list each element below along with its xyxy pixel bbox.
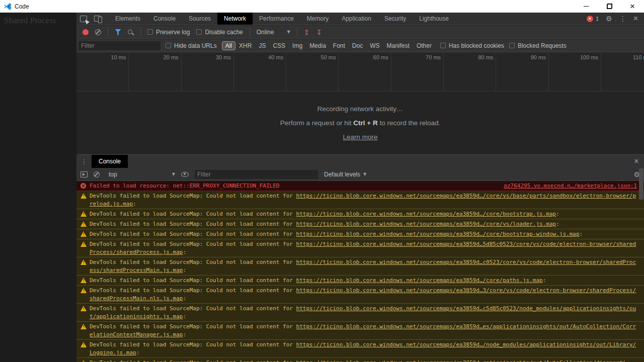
resource-type-chip[interactable]: XHR — [235, 41, 255, 50]
devtools-tab[interactable]: Memory — [300, 13, 335, 25]
inspect-element-button[interactable] — [76, 13, 91, 25]
toolbar-divider — [140, 28, 141, 37]
resource-type-chip[interactable]: JS — [255, 41, 269, 50]
devtools-tab[interactable]: Sources — [182, 13, 217, 25]
devtools-tab[interactable]: Network — [217, 13, 253, 25]
console-message: DevTools failed to load SourceMap: Could… — [76, 229, 644, 239]
timeline-tick: 110 ms — [601, 53, 644, 91]
sourcemap-url-link[interactable]: https://ticino.blob.core.windows.net/sou… — [296, 277, 543, 284]
network-empty-state: Recording network activity… Perform a re… — [76, 92, 644, 154]
console-toolbar: top ▼ Default levels ▼ ⚙ — [76, 168, 644, 181]
console-filter-input[interactable] — [195, 170, 318, 179]
resource-type-chip[interactable]: WS — [366, 41, 383, 50]
devtools-tab[interactable]: Performance — [253, 13, 300, 25]
timeline-tick: 40 ms — [234, 53, 286, 91]
resource-type-chip[interactable]: Other — [413, 41, 435, 50]
message-level-icon — [80, 231, 87, 237]
throttling-dropdown[interactable]: Online ▼ — [257, 29, 290, 36]
empty-state-hint: Perform a request or hit Ctrl + R to rec… — [280, 119, 441, 127]
close-window-button[interactable]: × — [621, 0, 644, 13]
shortcut-key: Ctrl + R — [353, 119, 377, 127]
message-level-icon — [80, 324, 87, 329]
vscode-logo-icon — [4, 3, 12, 11]
console-message: az764295.vo.msecnd.n…/marketplace.json:1… — [76, 181, 644, 191]
timeline-tick: 10 ms — [76, 53, 129, 91]
devtools-tab[interactable]: Application — [335, 13, 378, 25]
message-text: DevTools failed to load SourceMap: Could… — [90, 305, 296, 312]
learn-more-link[interactable]: Learn more — [343, 133, 377, 141]
sourcemap-url-link[interactable]: https://ticino.blob.core.windows.net/sou… — [296, 221, 556, 227]
console-message: DevTools failed to load SourceMap: Could… — [76, 219, 644, 229]
resource-type-chip[interactable]: Manifest — [383, 41, 413, 50]
message-text: DevTools failed to load SourceMap: Could… — [90, 211, 296, 217]
blocked-requests-checkbox[interactable]: Blocked Requests — [509, 42, 567, 49]
disable-cache-checkbox[interactable]: Disable cache — [196, 29, 243, 36]
message-source-link[interactable]: az764295.vo.msecnd.n…/marketplace.json:1 — [504, 182, 637, 190]
resource-type-chip[interactable]: Font — [330, 41, 349, 50]
minimize-button[interactable] — [575, 0, 598, 13]
clear-console-icon[interactable] — [94, 171, 100, 177]
message-text: DevTools failed to load SourceMap: Could… — [90, 359, 296, 362]
checkbox-box — [147, 29, 153, 35]
close-drawer-icon[interactable]: × — [629, 155, 644, 168]
drawer-tab-console[interactable]: Console — [92, 155, 128, 168]
console-message: DevTools failed to load SourceMap: Could… — [76, 257, 644, 276]
more-options-icon[interactable]: ⋮ — [619, 15, 626, 22]
record-network-log-button[interactable] — [83, 29, 89, 35]
drawer-menu-icon[interactable]: ⋮ — [76, 155, 92, 168]
console-message: DevTools failed to load SourceMap: Could… — [76, 322, 644, 340]
search-icon[interactable] — [128, 30, 132, 34]
devtools-tab[interactable]: Security — [378, 13, 413, 25]
error-count-badge[interactable]: × 1 — [587, 16, 599, 22]
message-text: DevTools failed to load SourceMap: Could… — [90, 193, 296, 199]
message-level-icon — [80, 221, 87, 227]
export-har-icon[interactable]: ↧ — [316, 28, 322, 36]
message-level-icon — [80, 306, 87, 311]
devtools-tab[interactable]: Console — [147, 13, 182, 25]
sourcemap-url-link[interactable]: https://ticino.blob.core.windows.net/sou… — [296, 359, 626, 362]
resource-type-chip[interactable]: Img — [289, 41, 306, 50]
empty-state-title: Recording network activity… — [317, 105, 403, 113]
preserve-log-checkbox[interactable]: Preserve log — [147, 29, 190, 36]
console-drawer: ⋮ Console × top ▼ Default levels ▼ ⚙ az — [76, 154, 644, 362]
filter-funnel-icon[interactable] — [115, 29, 121, 35]
message-level-icon — [80, 278, 87, 283]
checkbox-box — [509, 43, 515, 48]
console-message: DevTools failed to load SourceMap: Could… — [76, 286, 644, 304]
message-level-icon — [80, 241, 87, 247]
error-badge-icon: × — [587, 16, 593, 22]
has-blocked-cookies-checkbox[interactable]: Has blocked cookies — [440, 42, 504, 49]
settings-gear-icon[interactable]: ⚙ — [606, 15, 612, 22]
message-level-icon — [80, 211, 87, 217]
javascript-context-dropdown[interactable]: top ▼ — [106, 171, 175, 178]
close-devtools-icon[interactable]: × — [633, 15, 638, 22]
resource-type-chips: AllXHRJSCSSImgMediaFontDocWSManifestOthe… — [222, 41, 435, 50]
page-title: Shared Process — [0, 13, 76, 26]
hide-data-urls-checkbox[interactable]: Hide data URLs — [166, 42, 217, 49]
sourcemap-url-link[interactable]: https://ticino.blob.core.windows.net/sou… — [296, 211, 556, 217]
timeline-tick: 20 ms — [129, 53, 181, 91]
toggle-device-toolbar-button[interactable] — [91, 13, 105, 25]
chevron-down-icon: ▼ — [172, 172, 175, 176]
console-scrollbar-thumb[interactable] — [639, 168, 643, 200]
message-text: DevTools failed to load SourceMap: Could… — [90, 277, 296, 284]
devtools-tab[interactable]: Elements — [109, 13, 147, 25]
network-filter-input[interactable] — [78, 41, 160, 50]
devtools-tab[interactable]: Lighthouse — [413, 13, 455, 25]
restore-button[interactable] — [598, 0, 621, 13]
import-har-icon[interactable]: ↥ — [304, 28, 310, 36]
resource-type-chip[interactable]: All — [222, 41, 235, 50]
live-expression-eye-icon[interactable] — [181, 172, 189, 177]
resource-type-chip[interactable]: Media — [306, 41, 330, 50]
checkbox-box — [440, 43, 446, 48]
sourcemap-url-link[interactable]: https://ticino.blob.core.windows.net/sou… — [296, 231, 580, 237]
clear-network-log-icon[interactable] — [95, 29, 101, 35]
devtools-tabs: ElementsConsoleSourcesNetworkPerformance… — [109, 13, 455, 25]
message-text: DevTools failed to load SourceMap: Could… — [90, 259, 296, 265]
timeline-tick: 50 ms — [286, 53, 339, 91]
log-levels-dropdown[interactable]: Default levels ▼ — [324, 171, 366, 178]
chevron-down-icon: ▼ — [363, 172, 366, 176]
console-sidebar-toggle-icon[interactable] — [80, 171, 88, 177]
resource-type-chip[interactable]: Doc — [349, 41, 366, 50]
resource-type-chip[interactable]: CSS — [269, 41, 289, 50]
